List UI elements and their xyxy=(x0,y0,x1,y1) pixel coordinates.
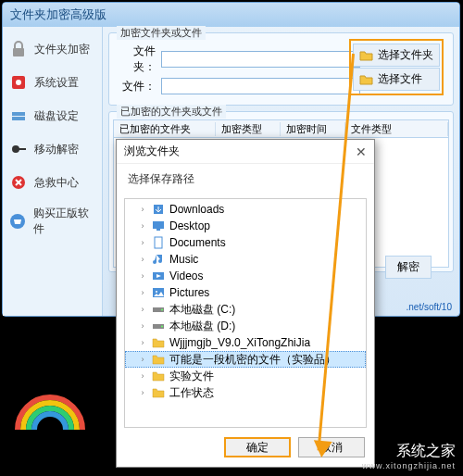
drive-icon xyxy=(151,319,166,332)
chevron-right-icon: › xyxy=(138,338,147,347)
tree-item-label: Downloads xyxy=(169,203,224,216)
folder-input[interactable] xyxy=(161,51,360,68)
sidebar-label: 移动解密 xyxy=(34,142,79,157)
browse-folder-button[interactable]: 选择文件夹 xyxy=(353,44,440,67)
chevron-right-icon: › xyxy=(138,388,147,397)
brand-name: 系统之家 xyxy=(396,442,456,461)
svg-rect-12 xyxy=(155,237,162,248)
folder-label: 文件夹： xyxy=(117,44,156,75)
title-bar: 文件夹加密高级版 xyxy=(3,3,459,27)
chevron-right-icon: › xyxy=(138,355,147,364)
brand-watermark: 系统之家 www.xitongzhijia.net xyxy=(362,442,456,470)
col-type[interactable]: 加密类型 xyxy=(216,122,281,136)
annotation-arrow-head xyxy=(312,440,332,458)
tree-item-label: Pictures xyxy=(169,286,209,299)
window-title: 文件夹加密高级版 xyxy=(10,6,106,23)
tree-item-label: Desktop xyxy=(169,219,210,232)
dialog-titlebar: 浏览文件夹 ✕ xyxy=(117,140,374,164)
sidebar-label: 磁盘设定 xyxy=(34,108,79,124)
sidebar-item-buy[interactable]: 购买正版软件 xyxy=(5,199,100,244)
video-icon xyxy=(151,269,166,282)
doc-icon xyxy=(151,236,166,249)
sidebar-label: 系统设置 xyxy=(34,75,79,91)
dialog-title: 浏览文件夹 xyxy=(124,144,180,159)
svg-point-17 xyxy=(161,309,163,311)
encrypt-group: 加密文件夹或文件 文件夹： 文件： 选择文件夹 选择文件 xyxy=(108,32,454,106)
tree-item-label: 可能是一段机密的文件（实验品） xyxy=(169,352,336,368)
tree-item[interactable]: › 工作状态 xyxy=(125,384,366,401)
sidebar-label: 文件夹加密 xyxy=(34,42,90,57)
group-title: 已加密的文件夹或文件 xyxy=(117,105,226,119)
chevron-right-icon: › xyxy=(138,321,147,331)
svg-rect-6 xyxy=(19,148,26,150)
tree-item-label: 本地磁盘 (D:) xyxy=(169,319,235,334)
col-time[interactable]: 加密时间 xyxy=(281,122,345,136)
key-icon xyxy=(8,139,29,159)
cart-icon xyxy=(8,211,28,232)
sidebar-label: 购买正版软件 xyxy=(33,206,96,237)
file-input[interactable] xyxy=(161,78,360,94)
drive-icon xyxy=(151,303,166,316)
down-icon xyxy=(151,203,166,216)
folder-icon xyxy=(151,370,166,382)
music-icon xyxy=(151,253,166,266)
tree-item[interactable]: › Downloads xyxy=(125,201,366,218)
sidebar-label: 急救中心 xyxy=(34,175,79,191)
tree-item-label: Documents xyxy=(169,236,226,249)
pic-icon xyxy=(151,286,166,299)
sidebar-item-rescue[interactable]: 急救中心 xyxy=(5,166,100,199)
brand-url: www.xitongzhijia.net xyxy=(362,461,456,470)
ok-button[interactable]: 确定 xyxy=(224,437,291,457)
browse-file-label: 选择文件 xyxy=(378,71,422,87)
disk-icon xyxy=(8,106,29,126)
tree-item-label: 实验文件 xyxy=(169,369,214,384)
browse-buttons-highlight: 选择文件夹 选择文件 xyxy=(349,39,444,95)
tree-item-label: 工作状态 xyxy=(169,385,214,401)
sidebar-item-settings[interactable]: 系统设置 xyxy=(5,66,100,99)
svg-rect-0 xyxy=(13,48,24,56)
tree-item[interactable]: › Videos xyxy=(125,268,366,284)
folder-open-icon xyxy=(359,49,374,62)
svg-rect-3 xyxy=(12,112,25,116)
tree-item-label: Wjjjmgjb_V9.0_XiTongZhiJia xyxy=(169,336,310,349)
tree-item[interactable]: › 可能是一段机密的文件（实验品） xyxy=(125,351,366,368)
sidebar: 文件夹加密 系统设置 磁盘设定 移动解密 急救中心 购买正版软件 xyxy=(3,27,103,316)
svg-rect-4 xyxy=(12,117,25,120)
tree-item[interactable]: › Documents xyxy=(125,234,366,251)
sidebar-item-encrypt[interactable]: 文件夹加密 xyxy=(5,32,100,66)
tree-item-label: Videos xyxy=(169,269,203,282)
rainbow-decoration xyxy=(13,383,87,430)
chevron-right-icon: › xyxy=(138,255,147,264)
decrypt-button[interactable]: 解密 xyxy=(385,256,432,279)
browse-folder-dialog: 浏览文件夹 ✕ 选择保存路径 › Downloads› Desktop› Doc… xyxy=(116,139,375,468)
tree-item[interactable]: › Music xyxy=(125,251,366,268)
folder-icon xyxy=(151,386,166,399)
chevron-right-icon: › xyxy=(138,271,147,281)
chevron-right-icon: › xyxy=(138,205,147,214)
gear-icon xyxy=(8,72,29,93)
tree-item[interactable]: › 实验文件 xyxy=(125,368,366,384)
svg-point-15 xyxy=(156,291,157,293)
svg-rect-11 xyxy=(156,229,160,231)
footer-link[interactable]: .net/soft/10 xyxy=(407,302,452,312)
col-folder[interactable]: 已加密的文件夹 xyxy=(114,122,216,136)
chevron-right-icon: › xyxy=(138,238,147,247)
chevron-right-icon: › xyxy=(138,305,147,314)
browse-folder-label: 选择文件夹 xyxy=(378,47,433,63)
svg-point-2 xyxy=(16,80,21,85)
folder-open-icon xyxy=(359,73,374,86)
sidebar-item-mobile-decrypt[interactable]: 移动解密 xyxy=(5,132,100,166)
desktop-icon xyxy=(151,219,166,232)
table-header: 已加密的文件夹 加密类型 加密时间 文件类型 xyxy=(113,119,449,138)
browse-file-button[interactable]: 选择文件 xyxy=(353,68,440,91)
col-filetype[interactable]: 文件类型 xyxy=(345,122,448,136)
group-title: 加密文件夹或文件 xyxy=(117,26,206,40)
dialog-subtitle: 选择保存路径 xyxy=(117,164,374,194)
svg-rect-10 xyxy=(153,221,164,229)
close-icon[interactable]: ✕ xyxy=(356,144,367,159)
svg-point-5 xyxy=(12,145,19,153)
sidebar-item-disk[interactable]: 磁盘设定 xyxy=(5,99,100,132)
chevron-right-icon: › xyxy=(138,221,147,231)
rescue-icon xyxy=(8,172,29,193)
tree-item[interactable]: › Desktop xyxy=(125,218,366,234)
